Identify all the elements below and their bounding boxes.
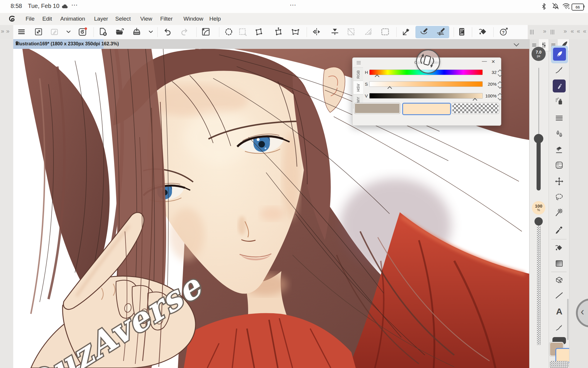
brush-size-slider-track[interactable] (538, 68, 539, 138)
menu-select[interactable]: Select (115, 16, 131, 22)
notifications-off-icon (552, 2, 559, 10)
open-clip-studio-button[interactable] (77, 26, 88, 37)
tool-line[interactable] (553, 289, 566, 302)
panel-grip[interactable] (532, 30, 532, 34)
tool-object[interactable] (553, 273, 566, 286)
menu-layer[interactable]: Layer (94, 16, 108, 22)
wifi-icon (562, 3, 570, 10)
toolbar-separator (472, 27, 472, 37)
tool-palette-scrollbar[interactable] (567, 299, 569, 340)
main-color-swatch-selected[interactable] (402, 103, 451, 115)
tool-marker[interactable] (553, 79, 566, 92)
shortcut-keys-button[interactable] (456, 26, 467, 37)
fill-settings-button[interactable] (478, 26, 488, 37)
saturation-value[interactable]: 20% (482, 82, 497, 87)
value-slider-marker[interactable] (473, 98, 477, 103)
expand-left-panel-icon[interactable]: » (1, 28, 4, 34)
tool-airbrush[interactable] (553, 95, 566, 108)
menu-animation[interactable]: Animation (60, 16, 85, 22)
new-canvas-button[interactable] (98, 26, 108, 37)
scale-rotate-button[interactable] (253, 26, 264, 37)
hue-slider-marker[interactable] (375, 74, 380, 79)
close-button[interactable]: ✕ (491, 59, 495, 64)
minimize-button[interactable]: — (482, 58, 487, 64)
fit-to-screen-button[interactable] (33, 26, 44, 37)
tool-gradient[interactable] (553, 257, 566, 270)
saturation-slider-marker[interactable] (387, 86, 392, 91)
panel-grip[interactable] (530, 30, 531, 34)
left-panel-edge: » » (0, 25, 13, 39)
tool-move[interactable] (553, 175, 566, 188)
menu-bar: File Edit Animation Layer Select View Fi… (0, 13, 588, 25)
snap-to-line-button[interactable] (330, 26, 340, 37)
tab-hsv[interactable]: HSV (353, 81, 363, 95)
redo-button-disabled (179, 26, 190, 37)
expand-panel-icon[interactable]: « (583, 28, 586, 34)
hue-label: H (365, 70, 368, 75)
saturation-slider[interactable] (369, 81, 483, 87)
tool-text[interactable]: A (553, 305, 566, 318)
selection-box-icon[interactable] (380, 26, 390, 37)
panel-grip[interactable] (551, 30, 551, 34)
save-button[interactable] (131, 26, 142, 37)
menu-help[interactable]: Help (209, 16, 221, 22)
edge-panel-pull-handle[interactable]: ‹ (576, 299, 588, 327)
menu-view[interactable]: View (140, 16, 152, 22)
undo-button[interactable] (162, 26, 173, 37)
menu-filter[interactable]: Filter (160, 16, 173, 22)
collapse-panel-icon[interactable]: » (543, 28, 546, 34)
opacity-slider-thumb[interactable] (534, 217, 543, 226)
opacity-slider-track[interactable] (537, 226, 541, 345)
menu-edit[interactable]: Edit (42, 16, 52, 22)
menu-file[interactable]: File (26, 16, 35, 22)
flip-horizontal-button[interactable] (311, 26, 322, 37)
tool-pencil[interactable] (553, 63, 566, 76)
document-tab[interactable]: Illustration169* (1800 x 2330px 350dpi 1… (13, 39, 103, 49)
tool-eraser[interactable] (553, 143, 566, 156)
expand-panel-icon[interactable]: « (571, 28, 574, 34)
clip-studio-logo-icon[interactable] (7, 14, 17, 24)
collapse-panel-icon[interactable]: » (564, 28, 567, 34)
transparent-color-swatch[interactable] (452, 103, 499, 114)
dropdown-icon[interactable] (63, 26, 74, 37)
expand-left-panel-icon[interactable]: » (6, 28, 9, 34)
vector-snap-button[interactable] (401, 26, 412, 37)
free-transform-button[interactable] (273, 26, 284, 37)
tool-lasso[interactable] (553, 190, 566, 203)
mesh-transform-button[interactable] (290, 26, 301, 37)
panel-grip[interactable] (533, 30, 534, 34)
modified-indicator: ● (16, 41, 18, 44)
tool-auto-select[interactable] (553, 206, 566, 219)
tab-rgb[interactable]: RGB (353, 67, 363, 81)
brush-curve-tool-button[interactable] (419, 26, 430, 37)
screen-rotate-overlay-button[interactable] (416, 49, 440, 74)
deselect-button[interactable] (223, 26, 234, 37)
tool-blend-watercolor[interactable] (553, 127, 566, 140)
hue-value[interactable]: 32 (482, 70, 497, 75)
sub-color-swatch[interactable] (354, 103, 400, 114)
canvas-settings-button[interactable] (201, 26, 211, 37)
tool-pen[interactable] (553, 48, 566, 61)
tab-list-chevron-icon[interactable] (514, 41, 519, 46)
tool-hatching[interactable] (553, 111, 566, 124)
toolbar-separator (493, 27, 494, 37)
value-value[interactable]: 100% (482, 93, 497, 98)
brush-ruler-tool-button[interactable] (436, 26, 446, 37)
tool-blur[interactable] (553, 321, 566, 334)
value-slider[interactable] (369, 93, 483, 99)
main-menu-button[interactable] (16, 26, 27, 37)
menu-window[interactable]: Window (183, 16, 203, 22)
tool-decoration[interactable] (553, 159, 566, 172)
center-more-icon[interactable]: ⋯ (290, 1, 296, 9)
expand-panel-icon[interactable]: « (577, 28, 580, 34)
panel-grip[interactable] (554, 30, 554, 34)
tool-eyedropper[interactable] (553, 223, 566, 236)
open-file-button[interactable] (115, 26, 125, 37)
help-button[interactable]: ? (498, 26, 509, 37)
brush-size-slider-fill[interactable] (537, 139, 541, 190)
panel-grip[interactable] (552, 30, 553, 34)
tool-fill[interactable] (553, 241, 566, 254)
main-color-swatch-selected[interactable] (555, 348, 571, 363)
transparent-color-swatch[interactable] (550, 361, 569, 368)
save-options-dropdown-icon[interactable] (146, 26, 156, 37)
